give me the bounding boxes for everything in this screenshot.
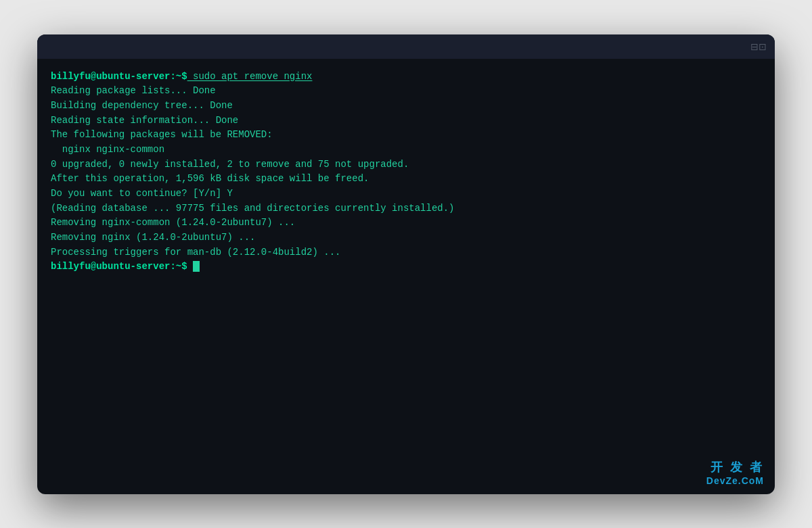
- watermark-line1: 开 发 者: [706, 459, 764, 475]
- terminal-line-3: Building dependency tree... Done: [51, 99, 761, 114]
- terminal-body[interactable]: billyfu@ubuntu-server:~$ sudo apt remove…: [37, 59, 775, 494]
- terminal-line-8: After this operation, 1,596 kB disk spac…: [51, 172, 761, 187]
- command-1: sudo apt remove nginx: [187, 71, 313, 82]
- terminal-line-7: 0 upgraded, 0 newly installed, 2 to remo…: [51, 158, 761, 172]
- terminal-line-5: The following packages will be REMOVED:: [51, 128, 761, 143]
- prompt-1: billyfu@ubuntu-server:~$: [51, 71, 187, 82]
- terminal-line-4: Reading state information... Done: [51, 114, 761, 128]
- terminal-cursor: [193, 261, 200, 272]
- terminal-window: ⊟⊡ billyfu@ubuntu-server:~$ sudo apt rem…: [37, 34, 775, 494]
- terminal-line-12: Removing nginx (1.24.0-2ubuntu7) ...: [51, 231, 761, 245]
- watermark-line2: DevZe.CoM: [706, 475, 764, 486]
- terminal-line-14[interactable]: billyfu@ubuntu-server:~$: [51, 260, 761, 274]
- terminal-line-2: Reading package lists... Done: [51, 84, 761, 99]
- terminal-line-9: Do you want to continue? [Y/n] Y: [51, 187, 761, 201]
- window-controls-icon: ⊟⊡: [750, 41, 767, 52]
- terminal-line-13: Processing triggers for man-db (2.12.0-4…: [51, 245, 761, 260]
- terminal-line-1: billyfu@ubuntu-server:~$ sudo apt remove…: [51, 70, 761, 85]
- terminal-line-10: (Reading database ... 97775 files and di…: [51, 201, 761, 216]
- prompt-final: billyfu@ubuntu-server:~$: [51, 261, 187, 272]
- watermark: 开 发 者 DevZe.CoM: [706, 459, 764, 486]
- terminal-line-11: Removing nginx-common (1.24.0-2ubuntu7) …: [51, 216, 761, 231]
- title-bar: ⊟⊡: [37, 34, 775, 59]
- terminal-line-6: nginx nginx-common: [51, 143, 761, 158]
